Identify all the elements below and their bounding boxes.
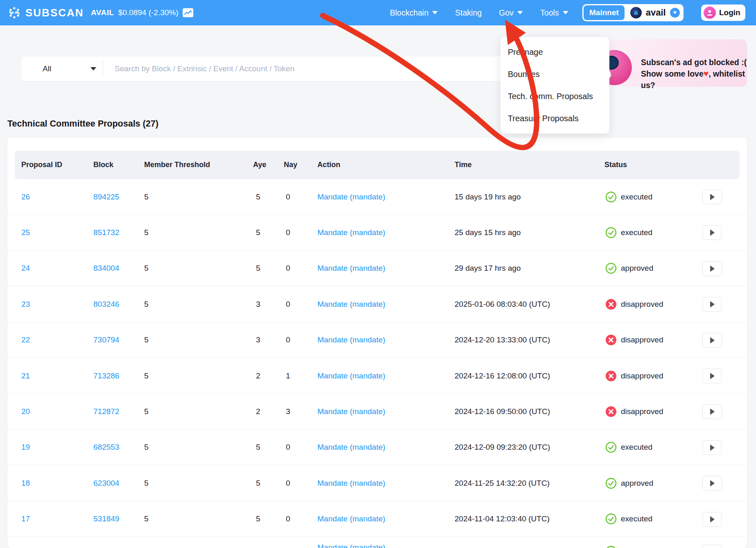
nav-item-label: Gov: [499, 8, 514, 18]
time-value: 2024-11-04 12:03:40 (UTC): [455, 501, 550, 537]
nav-item-gov[interactable]: Gov: [499, 8, 523, 18]
member-threshold-value: 5: [144, 322, 149, 358]
triangle-right-icon: [710, 480, 715, 487]
row-detail-button[interactable]: [702, 476, 722, 491]
triangle-right-icon: [710, 444, 715, 451]
nay-value: 0: [286, 322, 290, 358]
action-link[interactable]: Mandate (mandate): [317, 215, 385, 250]
proposal-id-link[interactable]: 20: [21, 394, 30, 429]
block-link[interactable]: 730794: [93, 322, 119, 358]
proposals-table-card: Proposal IDBlockMember ThresholdAyeNayAc…: [7, 138, 747, 548]
gov-menu-item-2[interactable]: Tech. comm. Proposals: [500, 85, 609, 107]
ad-banner-line1: Subscan's ad got blocked :(: [641, 57, 747, 68]
column-header: Member Threshold: [144, 151, 210, 179]
triangle-right-icon: [710, 373, 715, 379]
gov-menu-item-1[interactable]: Bounties: [500, 63, 609, 85]
row-detail-button[interactable]: [702, 512, 722, 527]
subscan-logo[interactable]: SUBSCAN: [7, 0, 84, 25]
proposal-id-link[interactable]: 23: [21, 286, 30, 322]
member-threshold-value: 5: [144, 465, 149, 501]
row-detail-button[interactable]: [702, 297, 722, 312]
status-label: approved: [621, 264, 653, 273]
proposal-id-link[interactable]: 19: [21, 430, 30, 465]
user-avatar-icon: [704, 7, 716, 19]
block-link[interactable]: 803246: [93, 286, 119, 322]
caret-down-icon: [517, 11, 523, 14]
network-chevron-down-icon[interactable]: [670, 8, 680, 18]
row-detail-button[interactable]: [702, 333, 722, 348]
status-label: approved: [621, 479, 653, 488]
time-value: 2024-12-16 12:08:00 (UTC): [455, 358, 550, 394]
action-link[interactable]: Mandate (mandate): [317, 358, 385, 394]
block-link[interactable]: 834004: [93, 251, 119, 286]
time-value: 25 days 15 hrs ago: [455, 215, 521, 250]
block-link[interactable]: 623004: [93, 465, 119, 501]
mainnet-button[interactable]: Mainnet: [584, 5, 625, 20]
action-link[interactable]: Mandate (mandate): [317, 251, 385, 286]
time-value: 2024-12-20 13:33:00 (UTC): [455, 322, 550, 358]
proposal-id-link[interactable]: 18: [21, 465, 30, 501]
action-link[interactable]: Mandate (mandate): [317, 322, 385, 358]
triangle-right-icon: [710, 229, 715, 236]
status-success-icon: [605, 513, 617, 525]
table-row: 24834004550Mandate (mandate)29 days 17 h…: [7, 251, 747, 286]
block-link[interactable]: 894225: [93, 179, 119, 215]
column-header: Time: [455, 151, 472, 179]
price-chart-icon[interactable]: [183, 8, 193, 17]
nay-value: 0: [286, 501, 290, 537]
row-detail-button[interactable]: [702, 261, 722, 276]
proposal-id-link[interactable]: 25: [21, 215, 30, 250]
table-row: 19682553550Mandate (mandate)2024-12-09 0…: [7, 430, 747, 465]
block-link[interactable]: 851732: [93, 215, 119, 250]
nav-item-blockchain[interactable]: Blockchain: [390, 8, 438, 18]
proposal-id-link[interactable]: 22: [21, 322, 30, 358]
row-detail-button[interactable]: [702, 440, 722, 455]
table-row-partial-action-link[interactable]: Mandate (mandate): [317, 543, 385, 548]
action-link[interactable]: Mandate (mandate): [317, 394, 385, 429]
column-header: Nay: [284, 151, 297, 179]
table-row-partial-detail-button[interactable]: [702, 545, 722, 548]
aye-value: 2: [256, 394, 260, 429]
status-cell: approved: [605, 251, 653, 286]
status-label: executed: [621, 192, 652, 202]
row-detail-button[interactable]: [702, 404, 722, 419]
triangle-right-icon: [710, 194, 715, 200]
aye-value: 5: [256, 430, 260, 465]
nay-value: 0: [286, 465, 290, 501]
action-link[interactable]: Mandate (mandate): [317, 179, 385, 215]
status-cell: executed: [605, 215, 652, 250]
action-link[interactable]: Mandate (mandate): [317, 286, 385, 322]
token-price-group: AVAIL $0.0894 (-2.30%): [91, 0, 193, 25]
table-row: 22730794530Mandate (mandate)2024-12-20 1…: [7, 322, 747, 358]
gov-menu-item-3[interactable]: Treasury Proposals: [500, 107, 609, 129]
nay-value: 1: [286, 358, 290, 394]
proposal-id-link[interactable]: 26: [21, 179, 30, 215]
proposal-id-link[interactable]: 17: [21, 501, 30, 537]
action-link[interactable]: Mandate (mandate): [317, 430, 385, 465]
table-row: 25851732550Mandate (mandate)25 days 15 h…: [7, 215, 747, 250]
gov-menu-item-0[interactable]: Preimage: [500, 41, 609, 63]
proposal-id-link[interactable]: 24: [21, 251, 30, 286]
nav-item-tools[interactable]: Tools: [540, 8, 568, 18]
row-detail-button[interactable]: [702, 190, 722, 204]
status-label: executed: [621, 228, 652, 237]
nav-item-staking[interactable]: Staking: [455, 8, 482, 18]
action-link[interactable]: Mandate (mandate): [317, 501, 385, 537]
login-button[interactable]: Login: [701, 5, 745, 21]
ad-blocked-banner: Subscan's ad got blocked :( Show some lo…: [597, 39, 747, 87]
proposal-id-link[interactable]: 21: [21, 358, 30, 394]
nav-item-label: Blockchain: [390, 8, 428, 18]
row-detail-button[interactable]: [702, 369, 722, 383]
block-link[interactable]: 531849: [93, 501, 119, 537]
block-link[interactable]: 712872: [93, 394, 119, 429]
token-price: $0.0894 (-2.30%): [118, 8, 179, 17]
status-danger-icon: [605, 406, 617, 417]
block-link[interactable]: 713286: [93, 358, 119, 394]
search-filter-select[interactable]: All: [21, 57, 103, 81]
row-detail-button[interactable]: [702, 225, 722, 240]
triangle-right-icon: [710, 408, 715, 415]
action-link[interactable]: Mandate (mandate): [317, 465, 385, 501]
network-switcher: Mainnet a avail: [582, 4, 684, 21]
block-link[interactable]: 682553: [93, 430, 119, 465]
ad-banner-line2: Show some love♥, whitelist us?: [641, 68, 747, 91]
